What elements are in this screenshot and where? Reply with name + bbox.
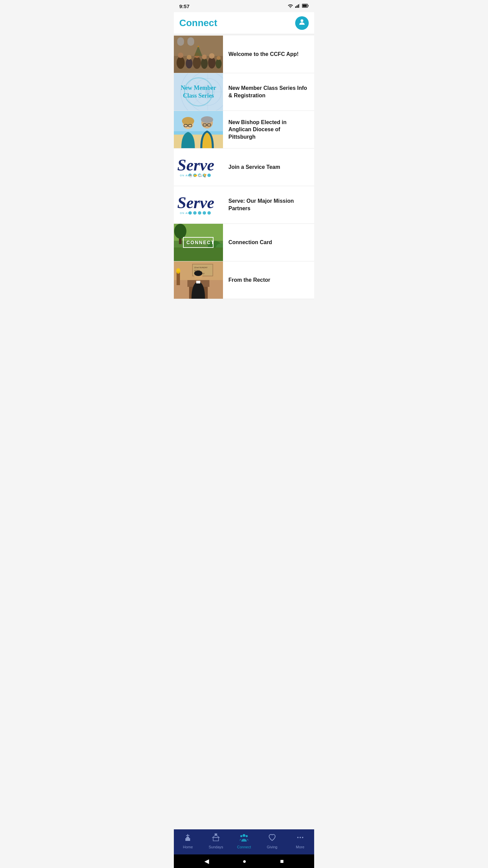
svg-text:Serve: Serve — [177, 194, 214, 212]
svg-text:CONNECT: CONNECT — [186, 240, 215, 245]
newmember-text: New MemberClass Series — [181, 84, 216, 100]
list-item[interactable]: CONNECT Connection Card — [174, 224, 314, 261]
svg-rect-1 — [297, 5, 298, 8]
list-item[interactable]: Welcome to the CCFC App! — [174, 36, 314, 73]
svg-marker-24 — [194, 46, 202, 56]
list-item[interactable]: 22nd SUNDAY AFTER PENTECOST From the Rec… — [174, 261, 314, 299]
svg-rect-5 — [308, 5, 309, 6]
svg-point-20 — [208, 57, 216, 68]
item-text-rector: From the Rector — [223, 272, 314, 288]
item-text-newmember: New Member Class Series Info & Registrat… — [223, 80, 314, 103]
avatar-icon — [298, 18, 306, 28]
item-text-mission: Serve: Our Major Mission Partners — [223, 193, 314, 216]
item-text-connect: Connection Card — [223, 235, 314, 250]
svg-rect-6 — [303, 5, 307, 7]
svg-rect-91 — [196, 281, 200, 283]
item-image-bishop — [174, 111, 223, 148]
svg-point-68 — [203, 211, 206, 215]
svg-rect-38 — [174, 111, 223, 131]
svg-point-16 — [193, 57, 201, 69]
svg-rect-0 — [295, 6, 296, 8]
list-item[interactable]: Serve ON AIR Serve: Our Major Mission Pa… — [174, 186, 314, 224]
status-bar: 9:57 — [174, 0, 314, 12]
svg-point-41 — [182, 117, 194, 125]
svg-point-90 — [194, 271, 202, 276]
svg-rect-9 — [174, 36, 223, 56]
svg-point-73 — [174, 224, 186, 239]
gathering-image — [174, 36, 223, 73]
newmember-image: New MemberClass Series — [174, 73, 223, 111]
svg-rect-11 — [187, 37, 194, 46]
item-image-newmember: New MemberClass Series — [174, 73, 223, 111]
item-text-bishop: New Bishop Elected in Anglican Diocese o… — [223, 115, 314, 145]
svg-point-57 — [207, 174, 211, 177]
svg-rect-3 — [299, 4, 300, 8]
svg-rect-2 — [298, 4, 299, 8]
list-item[interactable]: New Bishop Elected in Anglican Diocese o… — [174, 111, 314, 149]
item-title-service: Join a Service Team — [228, 164, 280, 170]
svg-text:🤝: 🤝 — [194, 174, 198, 178]
svg-rect-76 — [174, 248, 223, 261]
list-item[interactable]: New MemberClass Series New Member Class … — [174, 73, 314, 111]
item-title-connect: Connection Card — [228, 239, 272, 245]
svg-point-67 — [198, 211, 201, 215]
svg-rect-8 — [174, 36, 223, 73]
content-list: Welcome to the CCFC App! — [174, 36, 314, 299]
wifi-icon — [288, 3, 293, 9]
svg-text:🏆: 🏆 — [203, 174, 207, 178]
item-title-welcome: Welcome to the CCFC App! — [228, 51, 299, 57]
svg-point-46 — [201, 116, 213, 123]
svg-text:Serve: Serve — [177, 156, 214, 174]
svg-point-7 — [301, 19, 303, 22]
item-image-rector: 22nd SUNDAY AFTER PENTECOST — [174, 261, 223, 299]
svg-point-19 — [202, 55, 207, 59]
svg-point-18 — [201, 58, 208, 69]
item-title-mission: Serve: Our Major Mission Partners — [228, 198, 294, 211]
header: Connect — [174, 12, 314, 34]
svg-point-21 — [209, 53, 215, 59]
svg-point-82 — [176, 268, 180, 274]
signal-icon — [295, 3, 300, 9]
item-image-serve1: Serve ON AIR ☕ 🤝 📖 🏆 — [174, 149, 223, 186]
list-item[interactable]: Serve ON AIR ☕ 🤝 📖 🏆 Join a Service — [174, 149, 314, 186]
svg-point-65 — [188, 211, 192, 215]
item-title-rector: From the Rector — [228, 277, 270, 283]
item-title-newmember: New Member Class Series Info & Registrat… — [228, 85, 307, 98]
svg-text:22nd SUNDAY: 22nd SUNDAY — [194, 267, 208, 269]
svg-rect-39 — [174, 135, 223, 148]
svg-point-12 — [177, 57, 185, 69]
svg-point-23 — [217, 56, 221, 60]
status-time: 9:57 — [179, 3, 189, 9]
svg-point-15 — [187, 55, 191, 60]
page-title: Connect — [179, 18, 217, 28]
svg-point-25 — [198, 46, 199, 47]
item-image-welcome — [174, 36, 223, 73]
avatar-button[interactable] — [295, 16, 309, 30]
svg-point-69 — [207, 211, 211, 215]
item-title-bishop: New Bishop Elected in Anglican Diocese o… — [228, 119, 287, 140]
item-text-service: Join a Service Team — [223, 159, 314, 175]
svg-point-22 — [216, 59, 222, 68]
svg-text:☕: ☕ — [189, 174, 193, 178]
svg-point-13 — [178, 53, 183, 58]
svg-text:📖: 📖 — [198, 174, 202, 178]
item-image-serve2: Serve ON AIR — [174, 186, 223, 223]
svg-point-14 — [186, 58, 192, 68]
svg-point-17 — [194, 53, 200, 58]
status-icons — [288, 3, 309, 9]
svg-rect-10 — [177, 37, 184, 46]
item-image-connect: CONNECT — [174, 224, 223, 261]
battery-icon — [302, 3, 309, 9]
svg-point-66 — [193, 211, 197, 215]
item-text-welcome: Welcome to the CCFC App! — [223, 46, 314, 62]
